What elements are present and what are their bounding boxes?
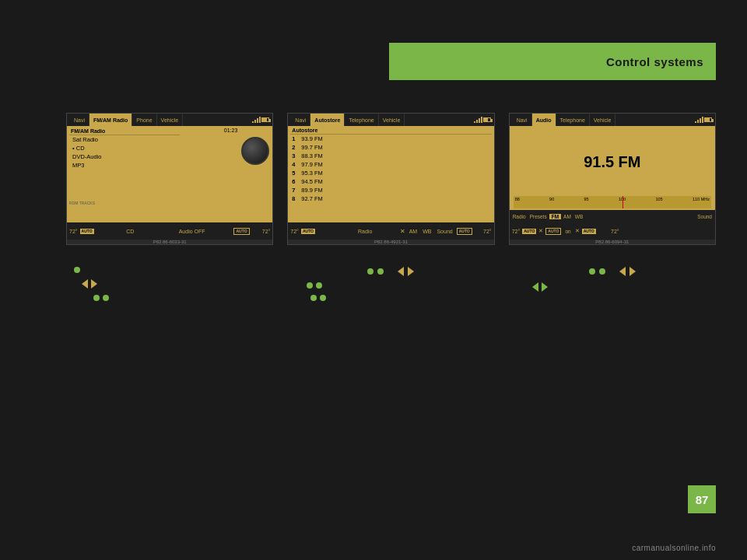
- screen2-topnav: Navi Autostore Telephone Vehicle: [288, 114, 493, 126]
- screen3-tab-telephone[interactable]: Telephone: [556, 114, 590, 126]
- screen3-tab-audio[interactable]: Audio: [532, 114, 556, 126]
- screen3-temp-left: 72°: [512, 229, 521, 234]
- screen3-tab-presets[interactable]: Presets: [528, 214, 549, 219]
- page-number: 87: [688, 485, 716, 513]
- screen-3: Navi Audio Telephone Vehicle: [509, 113, 716, 245]
- ann3-dot1: [589, 268, 595, 275]
- screen3-fm-freq: 91.5 FM: [512, 128, 713, 196]
- screen2-station-7[interactable]: 789.9 FM: [290, 186, 491, 194]
- screen2-auto-btn[interactable]: AUTO: [301, 229, 315, 234]
- screen1-knob[interactable]: [241, 137, 269, 165]
- screen1-tab-vehicle[interactable]: Vehicle: [157, 114, 184, 126]
- screen3-x-btn[interactable]: ✕: [538, 228, 543, 234]
- screen1-tab-navi[interactable]: Navi: [70, 114, 89, 126]
- screen-2: Navi Autostore Telephone Vehicle: [287, 113, 494, 245]
- ann3-arrow-left: [619, 267, 626, 276]
- screen1-part-number: P82.86-6033-31: [67, 240, 272, 244]
- screen3-tab-wb[interactable]: WB: [573, 214, 584, 219]
- screen1-item-mp3[interactable]: MP3: [69, 161, 180, 170]
- screen3-temp-right: 72°: [611, 229, 619, 234]
- screen1-signal-icon: [252, 117, 261, 123]
- screen1-item-satradio[interactable]: Sat Radio: [69, 135, 180, 144]
- watermark: carmanualsonline.info: [632, 544, 716, 552]
- screen3-auto-btn[interactable]: AUTO: [522, 229, 536, 234]
- screen2-wb-label: WB: [421, 229, 433, 234]
- screen1-item-cd[interactable]: • CD: [69, 144, 180, 152]
- screen1-bottom-label-cd: CD: [110, 229, 150, 234]
- ann1-arrow-left: [82, 279, 88, 289]
- screen2-station-6[interactable]: 694.5 FM: [290, 177, 491, 186]
- screen2-tab-telephone[interactable]: Telephone: [345, 114, 378, 126]
- ann1-dot1: [74, 267, 80, 273]
- screen-1: Navi FM/AM Radio Phone Vehicle: [66, 113, 273, 245]
- ann2-dot4: [316, 282, 322, 289]
- ann2-dot6: [320, 295, 326, 301]
- screen1-auto2-btn[interactable]: AUTO: [233, 228, 249, 235]
- screen1-temp-left: 72°: [69, 229, 78, 234]
- screen2-botbar: 72° AUTO Radio ✕ AM WB Sound AUTO 72°: [288, 222, 493, 240]
- screen3-bottom-tabs: Radio Presets FM AM WB Sound: [510, 210, 715, 222]
- screen1-battery-icon: [261, 117, 269, 122]
- screen1-topnav: Navi FM/AM Radio Phone Vehicle: [67, 114, 272, 126]
- screen2-station-5[interactable]: 595.3 FM: [290, 169, 491, 177]
- screen3-on-label: on: [563, 229, 572, 234]
- screen2-station-1[interactable]: 193.9 FM: [290, 135, 491, 143]
- ann2-arrow-right: [408, 267, 414, 276]
- screen2-am-label: AM: [408, 229, 419, 234]
- screen3-signal-icon: [695, 117, 703, 123]
- screen2-tab-autostore[interactable]: Autostore: [310, 114, 345, 126]
- screen2-sound-label: Sound: [435, 229, 454, 234]
- ann2-dot5: [310, 295, 317, 301]
- screen2-part-number: P82.86-4921-31: [288, 240, 493, 244]
- screen3-tab-am[interactable]: AM: [562, 214, 573, 219]
- screen2-battery-icon: [483, 117, 491, 122]
- screen2-station-2[interactable]: 299.7 FM: [290, 143, 491, 152]
- screen1-tab-radio[interactable]: FM/AM Radio: [89, 114, 132, 126]
- screen2-radio-label: Radio: [333, 229, 398, 234]
- screen3-tab-navi[interactable]: Navi: [513, 114, 532, 126]
- screen3-x2-btn[interactable]: ✕: [575, 228, 580, 234]
- ann1-dot2: [93, 295, 100, 301]
- screen2-auto2-btn[interactable]: AUTO: [457, 228, 472, 235]
- screen1-item-dvd[interactable]: DVD-Audio: [69, 152, 180, 161]
- screen3-botbar: 72° AUTO ✕ AUTO on ✕ AUTO 72°: [510, 222, 715, 240]
- screen1-time: 01:23: [224, 128, 238, 133]
- screen1-botbar: 72° AUTO CD Audio OFF AUTO 72°: [67, 222, 272, 240]
- screens-container: Navi FM/AM Radio Phone Vehicle: [66, 113, 716, 245]
- ann3-arrow2-right: [542, 282, 548, 292]
- screen2-header: Autostore: [290, 127, 491, 135]
- screen3-auto2-btn[interactable]: AUTO: [545, 228, 561, 235]
- ann3-arrow-right: [630, 267, 636, 276]
- ann2-dot1: [367, 268, 374, 275]
- screen3-tab-radio[interactable]: Radio: [511, 214, 528, 219]
- screen2-signal-icon: [474, 117, 482, 123]
- ann1-arrow-right: [91, 279, 97, 289]
- screen1-audio-off: Audio OFF: [153, 229, 232, 234]
- screen3-auto3-btn[interactable]: AUTO: [582, 229, 596, 234]
- screen1-temp-right: 72°: [262, 229, 271, 234]
- screen3-tab-sound[interactable]: Sound: [585, 214, 714, 219]
- screen2-tab-vehicle[interactable]: Vehicle: [379, 114, 405, 126]
- screen3-scale-needle: [622, 196, 623, 208]
- screen2-station-8[interactable]: 892.7 FM: [290, 194, 491, 203]
- ann2-dot3: [307, 282, 313, 289]
- annotations-row1: [66, 263, 716, 301]
- screen1-auto-btn[interactable]: AUTO: [80, 229, 94, 234]
- ann3-arrow2-left: [532, 282, 538, 292]
- screen2-station-3[interactable]: 388.3 FM: [290, 152, 491, 160]
- screen3-scale: 889095100105110 MHz: [514, 196, 711, 208]
- screen3-battery-icon: [704, 117, 712, 122]
- screen2-station-4[interactable]: 497.9 FM: [290, 160, 491, 169]
- screen3-part-number: P82.86-6094-31: [510, 240, 715, 244]
- screen3-tab-vehicle[interactable]: Vehicle: [590, 114, 616, 126]
- screen1-tab-phone[interactable]: Phone: [132, 114, 156, 126]
- screen2-temp-left: 72°: [290, 229, 299, 234]
- screen3-topnav: Navi Audio Telephone Vehicle: [510, 114, 715, 126]
- banner-title: Control systems: [606, 55, 703, 68]
- screen2-x-btn[interactable]: ✕: [400, 228, 405, 235]
- screen3-tab-fm[interactable]: FM: [549, 214, 561, 219]
- screen2-tab-navi[interactable]: Navi: [291, 114, 310, 126]
- ann2-arrow-left: [398, 267, 404, 276]
- screen1-menu-title: FM/AM Radio: [69, 128, 180, 135]
- ann3-dot2: [599, 268, 605, 275]
